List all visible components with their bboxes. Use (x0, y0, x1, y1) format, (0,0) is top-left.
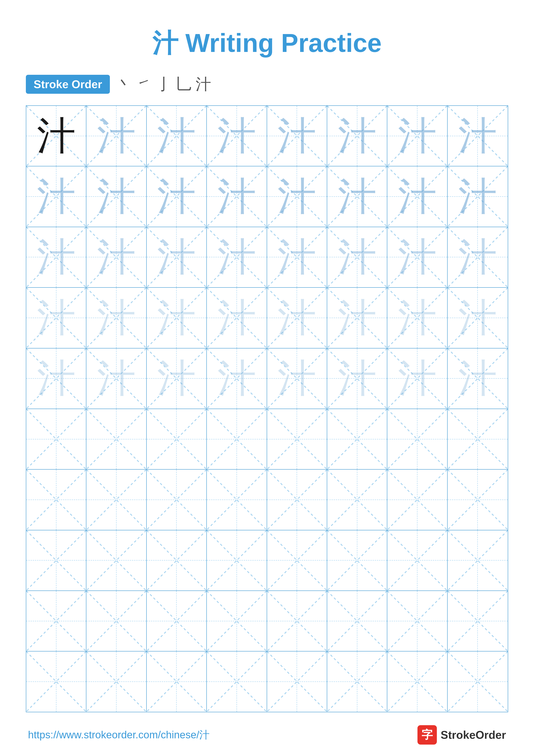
grid-cell[interactable] (447, 652, 508, 712)
grid-cell[interactable]: 汁 (87, 227, 146, 287)
grid-cell[interactable]: 汁 (87, 106, 146, 166)
grid-cell[interactable] (327, 409, 387, 469)
grid-cell[interactable] (267, 409, 327, 469)
grid-cell[interactable]: 汁 (327, 348, 387, 409)
grid-cell[interactable] (147, 470, 207, 530)
grid-cell[interactable]: 汁 (26, 106, 87, 166)
grid-cell[interactable] (147, 652, 207, 712)
grid-cell[interactable] (267, 530, 327, 590)
grid-cell[interactable]: 汁 (147, 227, 207, 287)
grid-cell[interactable]: 汁 (87, 288, 146, 348)
grid-cell[interactable]: 汁 (327, 227, 387, 287)
grid-cell[interactable]: 汁 (147, 106, 207, 166)
grid-cell[interactable] (26, 652, 87, 712)
grid-cell[interactable] (207, 652, 267, 712)
title-text: Writing Practice (178, 28, 382, 57)
grid-cell[interactable]: 汁 (447, 348, 508, 409)
grid-cell[interactable] (87, 591, 146, 651)
grid-cell[interactable] (387, 530, 447, 590)
grid-cell[interactable]: 汁 (327, 166, 387, 227)
grid-cell[interactable] (267, 470, 327, 530)
practice-char: 汁 (338, 359, 376, 398)
grid-cell[interactable]: 汁 (387, 166, 447, 227)
grid-row (26, 409, 508, 470)
grid-cell[interactable]: 汁 (26, 288, 87, 348)
grid-cell[interactable] (207, 530, 267, 590)
grid-cell[interactable]: 汁 (267, 348, 327, 409)
grid-cell[interactable] (327, 652, 387, 712)
stroke-3: 亅 (156, 74, 171, 94)
grid-cell[interactable] (147, 591, 207, 651)
grid-cell[interactable] (207, 591, 267, 651)
grid-row: 汁 汁 汁 汁 汁 汁 汁 汁 (26, 288, 508, 348)
grid-cell[interactable] (207, 470, 267, 530)
grid-cell[interactable]: 汁 (447, 227, 508, 287)
practice-char: 汁 (277, 359, 316, 398)
grid-cell[interactable] (327, 591, 387, 651)
grid-cell[interactable]: 汁 (207, 106, 267, 166)
practice-char: 汁 (338, 117, 376, 155)
grid-cell[interactable] (387, 409, 447, 469)
grid-cell[interactable]: 汁 (447, 166, 508, 227)
grid-cell[interactable]: 汁 (147, 166, 207, 227)
practice-char: 汁 (97, 177, 136, 216)
brand-icon: 字 (418, 725, 437, 744)
page-title: 汁 Writing Practice (26, 26, 508, 61)
practice-char: 汁 (97, 298, 136, 337)
grid-cell[interactable]: 汁 (447, 288, 508, 348)
grid-cell[interactable]: 汁 (26, 348, 87, 409)
grid-cell[interactable] (387, 652, 447, 712)
grid-cell[interactable]: 汁 (147, 348, 207, 409)
grid-cell[interactable]: 汁 (207, 227, 267, 287)
grid-cell[interactable] (87, 530, 146, 590)
grid-cell[interactable]: 汁 (207, 348, 267, 409)
grid-row (26, 652, 508, 712)
practice-char: 汁 (277, 298, 316, 337)
practice-char: 汁 (217, 359, 256, 398)
grid-cell[interactable]: 汁 (26, 227, 87, 287)
grid-cell[interactable]: 汁 (387, 288, 447, 348)
grid-cell[interactable] (327, 530, 387, 590)
grid-cell[interactable] (147, 530, 207, 590)
grid-cell[interactable]: 汁 (26, 166, 87, 227)
grid-cell[interactable] (447, 470, 508, 530)
grid-cell[interactable] (327, 470, 387, 530)
grid-cell[interactable] (267, 652, 327, 712)
grid-cell[interactable]: 汁 (87, 348, 146, 409)
grid-cell[interactable]: 汁 (327, 288, 387, 348)
grid-cell[interactable] (387, 591, 447, 651)
grid-cell[interactable]: 汁 (447, 106, 508, 166)
grid-cell[interactable]: 汁 (387, 348, 447, 409)
grid-cell[interactable]: 汁 (267, 227, 327, 287)
grid-cell[interactable] (267, 591, 327, 651)
grid-cell[interactable] (147, 409, 207, 469)
footer-url[interactable]: https://www.strokeorder.com/chinese/汁 (28, 728, 210, 742)
grid-cell[interactable] (87, 652, 146, 712)
grid-cell[interactable] (87, 470, 146, 530)
grid-cell[interactable] (207, 409, 267, 469)
grid-cell[interactable] (26, 591, 87, 651)
grid-cell[interactable]: 汁 (387, 106, 447, 166)
practice-char: 汁 (338, 177, 376, 216)
grid-cell[interactable]: 汁 (267, 288, 327, 348)
grid-cell[interactable]: 汁 (147, 288, 207, 348)
grid-cell[interactable]: 汁 (327, 106, 387, 166)
grid-row: 汁 汁 汁 汁 汁 汁 汁 汁 (26, 166, 508, 227)
grid-cell[interactable]: 汁 (207, 166, 267, 227)
grid-cell[interactable] (387, 470, 447, 530)
grid-cell[interactable]: 汁 (267, 166, 327, 227)
grid-cell[interactable] (26, 470, 87, 530)
grid-cell[interactable] (447, 409, 508, 469)
practice-grid: 汁 汁 汁 汁 汁 汁 汁 汁 (26, 105, 508, 712)
practice-char: 汁 (398, 177, 437, 216)
grid-cell[interactable] (447, 591, 508, 651)
grid-cell[interactable]: 汁 (207, 288, 267, 348)
grid-cell[interactable]: 汁 (387, 227, 447, 287)
grid-cell[interactable]: 汁 (267, 106, 327, 166)
grid-cell[interactable] (26, 530, 87, 590)
grid-cell[interactable] (87, 409, 146, 469)
grid-cell[interactable] (447, 530, 508, 590)
grid-cell[interactable] (26, 409, 87, 469)
grid-cell[interactable]: 汁 (87, 166, 146, 227)
practice-char: 汁 (338, 238, 376, 277)
